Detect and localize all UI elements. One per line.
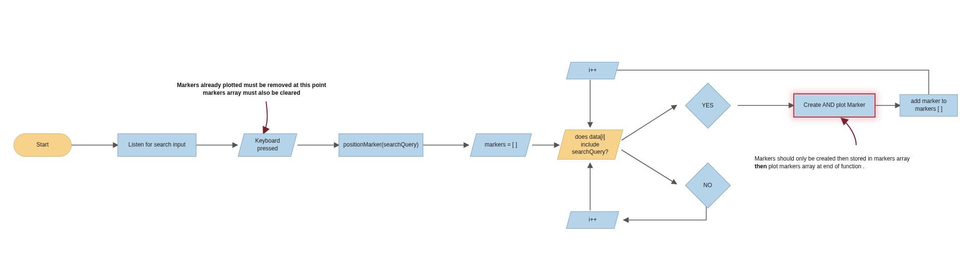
add-marker-node: add marker to markers [ ] bbox=[900, 94, 958, 117]
annotation-top-line1: Markers already plotted must be removed … bbox=[177, 82, 327, 88]
i-increment-bottom-node: i++ bbox=[566, 211, 619, 229]
create-plot-marker-node: Create AND plot Marker bbox=[793, 93, 876, 118]
annotation-bottom-pre: then bbox=[755, 163, 767, 170]
annotation-top: Markers already plotted must be removed … bbox=[148, 81, 356, 97]
annotation-top-line2: markers array must also be cleared bbox=[203, 89, 300, 96]
decision-node: does data[i] include searchQuery? bbox=[557, 130, 624, 160]
flowchart-canvas: Start Listen for search input Keyboard p… bbox=[0, 0, 980, 280]
listen-node: Listen for search input bbox=[118, 133, 196, 157]
yes-label: YES bbox=[702, 102, 713, 109]
annotation-bottom-line1: Markers should only be created then stor… bbox=[755, 155, 910, 162]
svg-line-5 bbox=[622, 105, 676, 140]
keyboard-pressed-label: Keyboard pressed bbox=[246, 137, 289, 152]
markers-init-label: markers = [ ] bbox=[485, 141, 517, 149]
listen-label: Listen for search input bbox=[128, 141, 185, 149]
i-increment-top-label: i++ bbox=[589, 67, 597, 74]
no-diamond: NO bbox=[676, 162, 739, 208]
keyboard-pressed-node: Keyboard pressed bbox=[238, 133, 297, 157]
position-marker-node: positionMarker(searchQuery) bbox=[339, 133, 423, 157]
start-node: Start bbox=[14, 133, 72, 157]
svg-line-6 bbox=[622, 150, 676, 184]
yes-diamond: YES bbox=[676, 82, 739, 128]
create-plot-marker-label: Create AND plot Marker bbox=[803, 102, 865, 109]
annotation-bottom: Markers should only be created then stor… bbox=[755, 155, 967, 170]
annotation-bottom-rest: plot markers array at end of function . bbox=[767, 163, 864, 170]
no-label: NO bbox=[703, 182, 712, 189]
decision-label: does data[i] include searchQuery? bbox=[566, 133, 614, 156]
markers-init-node: markers = [ ] bbox=[470, 133, 532, 157]
i-increment-top-node: i++ bbox=[566, 62, 619, 79]
i-increment-bottom-label: i++ bbox=[589, 216, 597, 224]
add-marker-label: add marker to markers [ ] bbox=[905, 98, 952, 113]
start-label: Start bbox=[36, 141, 48, 149]
position-marker-label: positionMarker(searchQuery) bbox=[343, 141, 418, 149]
